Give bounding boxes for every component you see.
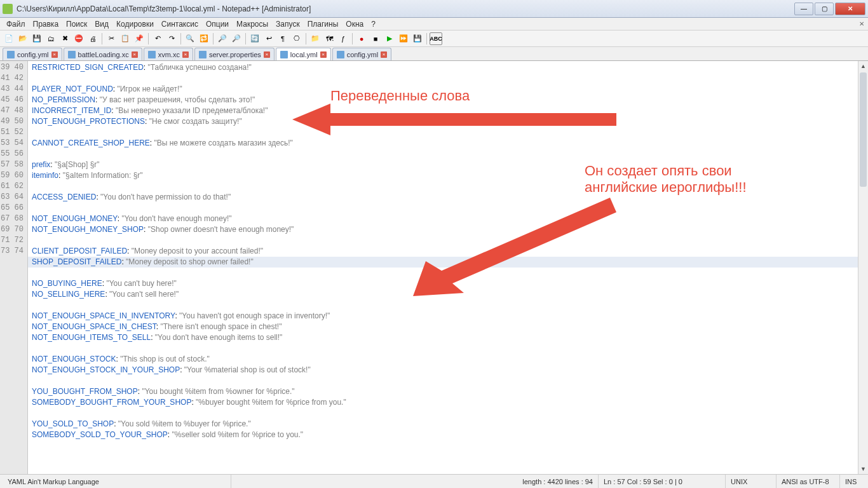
- arrow-1-icon: [292, 100, 623, 139]
- find-icon[interactable]: 🔍: [184, 32, 196, 45]
- menu-edit[interactable]: Правка: [29, 20, 63, 29]
- paste-icon[interactable]: 📌: [133, 32, 146, 45]
- new-file-icon[interactable]: 📄: [3, 32, 15, 45]
- window-titlebar: C:\Users\Кирилл\AppData\Local\Temp\fz3te…: [0, 0, 868, 18]
- close-icon[interactable]: ×: [182, 51, 189, 58]
- menu-file[interactable]: Файл: [3, 20, 29, 29]
- svg-marker-1: [413, 198, 616, 296]
- annotation-english: Он создает опять свои английские иерогли…: [585, 163, 747, 196]
- scroll-down-icon[interactable]: ▼: [858, 464, 868, 474]
- save-icon[interactable]: 💾: [31, 32, 43, 45]
- document-tabs: config.yml× battleLoading.xc× xvm.xc× se…: [0, 47, 868, 61]
- maximize-button[interactable]: ▢: [815, 3, 834, 15]
- menu-plugins[interactable]: Плагины: [304, 20, 342, 29]
- file-icon: [7, 51, 15, 58]
- folder-icon[interactable]: 📁: [309, 32, 322, 45]
- wrap-icon[interactable]: ↩: [262, 32, 275, 45]
- status-language: YAML Ain't Markup Language: [3, 475, 231, 488]
- status-eol: UNIX: [726, 475, 776, 488]
- replace-icon[interactable]: 🔁: [198, 32, 210, 45]
- undo-icon[interactable]: ↶: [151, 32, 164, 45]
- macro-save-icon[interactable]: 💾: [411, 32, 424, 45]
- menu-close-icon[interactable]: ✕: [859, 20, 864, 27]
- file-icon: [280, 51, 288, 58]
- menu-run[interactable]: Запуск: [272, 20, 304, 29]
- open-file-icon[interactable]: 📂: [17, 32, 29, 45]
- menu-search[interactable]: Поиск: [62, 20, 91, 29]
- file-icon: [199, 51, 207, 58]
- save-all-icon[interactable]: 🗂: [44, 32, 57, 45]
- doc-map-icon[interactable]: 🗺: [323, 32, 336, 45]
- tab-xvm[interactable]: xvm.xc×: [144, 48, 193, 60]
- tab-serverprops[interactable]: server.properties×: [194, 48, 275, 60]
- editor[interactable]: 39 40 41 42 43 44 45 46 47 48 49 50 51 5…: [0, 61, 868, 474]
- file-icon: [68, 51, 76, 58]
- print-icon[interactable]: 🖨: [86, 32, 99, 45]
- close-icon[interactable]: ×: [264, 51, 270, 58]
- file-icon: [148, 51, 156, 58]
- status-insert-mode: INS: [840, 475, 865, 488]
- indent-guide-icon[interactable]: ⎔: [290, 32, 303, 45]
- arrow-2-icon: [394, 194, 623, 302]
- statusbar: YAML Ain't Markup Language length : 4420…: [0, 474, 868, 488]
- tab-local[interactable]: local.yml×: [276, 48, 331, 60]
- status-encoding: ANSI as UTF-8: [776, 475, 840, 488]
- annotation-translated: Переведенные слова: [330, 88, 470, 104]
- minimize-button[interactable]: —: [794, 3, 813, 15]
- line-number-gutter: 39 40 41 42 43 44 45 46 47 48 49 50 51 5…: [0, 61, 28, 474]
- svg-marker-0: [292, 104, 616, 135]
- window-title: C:\Users\Кирилл\AppData\Local\Temp\fz3te…: [17, 4, 794, 13]
- close-file-icon[interactable]: ✖: [58, 32, 71, 45]
- show-all-icon[interactable]: ¶: [276, 32, 289, 45]
- menu-windows[interactable]: Окна: [342, 20, 367, 29]
- tab-battleloading[interactable]: battleLoading.xc×: [64, 48, 142, 60]
- status-length: length : 4420 lines : 94: [517, 475, 599, 488]
- menu-view[interactable]: Вид: [91, 20, 112, 29]
- macro-repeat-icon[interactable]: ⏩: [397, 32, 410, 45]
- copy-icon[interactable]: 📋: [119, 32, 132, 45]
- menu-help[interactable]: ?: [367, 20, 379, 29]
- menu-syntax[interactable]: Синтаксис: [158, 20, 202, 29]
- zoom-in-icon[interactable]: 🔎: [216, 32, 229, 45]
- tab-config2[interactable]: config.yml×: [332, 48, 392, 60]
- menu-macros[interactable]: Макросы: [233, 20, 272, 29]
- menubar: Файл Правка Поиск Вид Кодировки Синтакси…: [0, 18, 868, 30]
- status-position: Ln : 57 Col : 59 Sel : 0 | 0: [599, 475, 726, 488]
- cut-icon[interactable]: ✂: [105, 32, 118, 45]
- close-icon[interactable]: ×: [320, 51, 327, 58]
- zoom-out-icon[interactable]: 🔎: [230, 32, 243, 45]
- spellcheck-icon[interactable]: ABC: [430, 32, 442, 45]
- file-icon: [337, 51, 344, 58]
- close-icon[interactable]: ×: [381, 51, 387, 58]
- macro-stop-icon[interactable]: ■: [369, 32, 382, 45]
- function-list-icon[interactable]: ƒ: [337, 32, 349, 45]
- close-all-icon[interactable]: ⛔: [72, 32, 85, 45]
- tab-config1[interactable]: config.yml×: [3, 48, 62, 60]
- close-icon[interactable]: ×: [51, 51, 58, 58]
- redo-icon[interactable]: ↷: [165, 32, 178, 45]
- close-button[interactable]: [835, 3, 865, 15]
- app-icon: [3, 4, 13, 14]
- sync-icon[interactable]: 🔄: [248, 32, 261, 45]
- menu-options[interactable]: Опции: [202, 20, 233, 29]
- macro-play-icon[interactable]: ▶: [383, 32, 396, 45]
- close-icon[interactable]: ×: [132, 51, 138, 58]
- menu-encoding[interactable]: Кодировки: [112, 20, 158, 29]
- toolbar: 📄 📂 💾 🗂 ✖ ⛔ 🖨 ✂ 📋 📌 ↶ ↷ 🔍 🔁 🔎 🔎 🔄 ↩ ¶ ⎔ …: [0, 30, 868, 47]
- macro-record-icon[interactable]: ●: [355, 32, 368, 45]
